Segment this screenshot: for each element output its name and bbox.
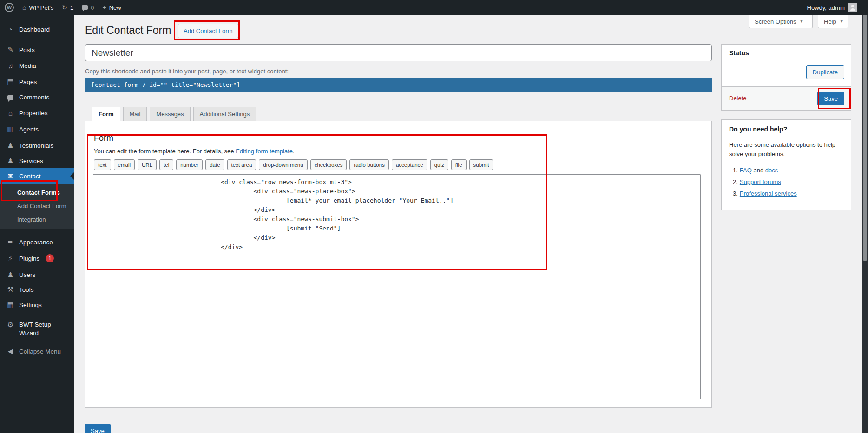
tag-button-number[interactable]: number xyxy=(176,159,203,170)
tag-button-acceptance[interactable]: acceptance xyxy=(392,159,427,170)
docs-link[interactable]: docs xyxy=(765,167,778,174)
save-button[interactable]: Save xyxy=(817,92,844,105)
support-forums-link[interactable]: Support forums xyxy=(740,178,781,185)
comments-icon xyxy=(82,5,88,10)
submenu-label: Integration xyxy=(17,216,46,223)
tag-button-quiz[interactable]: quiz xyxy=(430,159,448,170)
sidebar-item-settings[interactable]: ▦ Settings xyxy=(0,297,74,312)
howdy-admin-link[interactable]: Howdy, admin xyxy=(807,4,845,11)
tag-button-submit[interactable]: submit xyxy=(469,159,493,170)
tools-icon: ⚒ xyxy=(6,285,15,294)
sidebar-label: Posts xyxy=(19,46,35,53)
sidebar-label: Comments xyxy=(19,94,49,101)
tag-button-radio-buttons[interactable]: radio buttons xyxy=(349,159,389,170)
sidebar-label: Users xyxy=(19,271,35,278)
sidebar-item-posts[interactable]: ✎ Posts xyxy=(0,42,74,57)
sidebar-item-tools[interactable]: ⚒ Tools xyxy=(0,282,74,297)
chevron-down-icon: ▼ xyxy=(800,19,804,24)
tag-button-checkboxes[interactable]: checkboxes xyxy=(310,159,347,170)
sidebar-item-services[interactable]: ♟ Services xyxy=(0,153,74,168)
sidebar-label: Media xyxy=(19,62,36,69)
house-icon: ⌂ xyxy=(6,109,15,117)
tab-form[interactable]: Form xyxy=(92,107,120,121)
screen-options-button[interactable]: Screen Options ▼ xyxy=(749,15,813,28)
scrollbar: ▲ xyxy=(862,0,868,433)
tag-button-date[interactable]: date xyxy=(205,159,224,170)
help-panel: Do you need help? Here are some availabl… xyxy=(721,119,851,210)
wordpress-admin-page: W ⌂ WP Pet's ↻ 1 0 + New Howdy, admin xyxy=(0,0,868,433)
help-item-3: 3.Professional services xyxy=(733,188,797,199)
avatar[interactable] xyxy=(848,3,857,12)
sidebar-label: Settings xyxy=(19,302,42,308)
sidebar-item-dashboard[interactable]: ◔ Dashboard xyxy=(0,22,74,37)
sidebar-item-properties[interactable]: ⌂ Properties xyxy=(0,105,74,120)
updates-link[interactable]: ↻ 1 xyxy=(62,4,73,11)
sidebar-item-users[interactable]: ♟ Users xyxy=(0,267,74,282)
tag-button-file[interactable]: file xyxy=(451,159,467,170)
faq-link[interactable]: FAQ xyxy=(740,167,752,174)
sidebar-item-comments[interactable]: Comments xyxy=(0,90,74,105)
sidebar-item-appearance[interactable]: ✒ Appearance xyxy=(0,235,74,249)
delete-link[interactable]: Delete xyxy=(729,95,747,102)
sidebar-item-plugins[interactable]: ⚡ Plugins 1 xyxy=(0,251,74,266)
sidebar-item-testimonials[interactable]: ♟ Testimonials xyxy=(0,138,74,153)
sidebar-item-contact[interactable]: ✉ Contact xyxy=(0,168,74,184)
chevron-down-icon: ▼ xyxy=(840,19,844,24)
tag-button-text[interactable]: text xyxy=(94,159,111,170)
sidebar-label: Agents xyxy=(19,126,39,133)
submenu-item-add-contact-form[interactable]: Add Contact Form xyxy=(0,200,74,212)
new-content-link[interactable]: + New xyxy=(102,4,121,11)
tag-button-drop-down-menu[interactable]: drop-down menu xyxy=(259,159,307,170)
sidebar-item-agents[interactable]: ▥ Agents xyxy=(0,122,74,137)
site-name: WP Pet's xyxy=(29,4,53,11)
collapse-arrow-icon: ◀ xyxy=(6,347,15,355)
shortcode-field[interactable]: [contact-form-7 id="" title="Newsletter"… xyxy=(85,78,712,92)
help-item-2: 2.Support forums xyxy=(733,176,797,188)
id-card-icon: ▥ xyxy=(6,125,15,133)
sidebar-label: Services xyxy=(19,157,43,164)
duplicate-button[interactable]: Duplicate xyxy=(806,65,844,79)
comments-count: 0 xyxy=(91,4,94,11)
tag-button-email[interactable]: email xyxy=(114,159,135,170)
tab-mail[interactable]: Mail xyxy=(123,107,147,121)
help-item-1: 1.FAQ and docs xyxy=(733,164,797,176)
sidebar-item-media[interactable]: ♫ Media xyxy=(0,58,74,73)
editing-form-template-link[interactable]: Editing form template xyxy=(236,148,293,155)
bottom-save-button[interactable]: Save xyxy=(85,424,111,433)
sidebar-label: Dashboard xyxy=(19,26,50,33)
home-icon: ⌂ xyxy=(22,4,26,11)
page-title: Edit Contact Form xyxy=(85,24,171,37)
pages-icon: ▤ xyxy=(6,78,15,86)
help-button[interactable]: Help ▼ xyxy=(818,15,848,28)
brush-icon: ✒ xyxy=(6,238,15,246)
plugin-icon: ⚡ xyxy=(6,254,15,262)
form-title-input[interactable] xyxy=(85,44,712,61)
sidebar-item-pages[interactable]: ▤ Pages xyxy=(0,74,74,89)
form-description-text: You can edit the form template here. For… xyxy=(94,148,236,155)
new-label: New xyxy=(109,4,121,11)
comments-link[interactable]: 0 xyxy=(82,4,94,11)
tab-messages[interactable]: Messages xyxy=(150,107,190,121)
screen-options-label: Screen Options xyxy=(755,18,796,25)
shortcode-hint: Copy this shortcode and paste it into yo… xyxy=(85,68,289,75)
submenu-item-contact-forms[interactable]: Contact Forms xyxy=(0,186,74,198)
wordpress-logo-icon[interactable]: W xyxy=(5,3,14,12)
status-panel-footer: Delete Save xyxy=(722,86,851,110)
submenu-item-integration[interactable]: Integration xyxy=(0,213,74,225)
tag-button-text-area[interactable]: text area xyxy=(227,159,256,170)
add-contact-form-button[interactable]: Add Contact Form xyxy=(178,24,239,38)
sidebar: ◔ Dashboard ✎ Posts ♫ Media ▤ Pages Comm… xyxy=(0,15,74,433)
tag-generator-buttons: text email URL tel number date text area… xyxy=(94,159,493,170)
site-name-link[interactable]: ⌂ WP Pet's xyxy=(22,4,53,11)
scrollbar-thumb[interactable] xyxy=(863,10,867,261)
form-description-period: . xyxy=(293,148,295,155)
sidebar-item-collapse-menu[interactable]: ◀ Collapse Menu xyxy=(0,344,74,359)
tag-button-url[interactable]: URL xyxy=(138,159,157,170)
form-template-textarea[interactable]: <div class="row news-form-box mt-3"> <di… xyxy=(93,174,701,399)
professional-services-link[interactable]: Professional services xyxy=(740,190,797,197)
sidebar-item-bwt-setup-wizard[interactable]: ⚙ BWT Setup Wizard xyxy=(0,319,70,340)
tag-button-tel[interactable]: tel xyxy=(159,159,173,170)
tab-additional-settings[interactable]: Additional Settings xyxy=(193,107,256,121)
active-menu-arrow xyxy=(70,172,74,180)
plus-icon: + xyxy=(102,4,106,11)
